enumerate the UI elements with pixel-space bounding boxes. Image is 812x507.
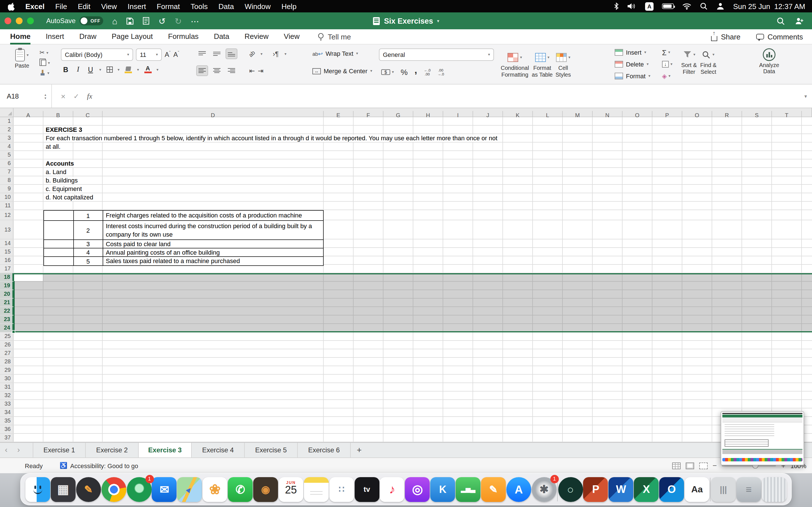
dock-keynote[interactable]: K (430, 477, 455, 502)
merge-center-button[interactable]: ↔ Merge & Center▾ (312, 68, 372, 74)
cell-B3[interactable]: For each transaction numbered 1 through … (45, 135, 498, 142)
dock-calendar[interactable]: JUN25 (278, 477, 303, 502)
ribbon-tab-data[interactable]: Data (214, 29, 229, 44)
dock-green-circle-app[interactable]: 1 (126, 477, 151, 502)
account-presence-icon[interactable] (795, 17, 804, 25)
save-icon[interactable] (126, 17, 134, 24)
align-middle-button[interactable] (211, 48, 223, 59)
sheet-tab-exercise-5[interactable]: Exercise 5 (245, 443, 298, 457)
dock-podcasts[interactable]: ◎ (405, 477, 430, 502)
find-select-button[interactable]: ▾ Find & Select (700, 45, 717, 75)
cancel-icon[interactable]: × (61, 92, 65, 101)
bluetooth-icon[interactable] (613, 2, 619, 10)
align-bottom-button[interactable] (225, 48, 238, 59)
wrap-text-button[interactable]: ab↩ Wrap Text▾ (312, 50, 358, 57)
row-header-23[interactable]: 23 (0, 316, 13, 323)
align-center-button[interactable] (211, 65, 223, 76)
sheet-tab-exercise-4[interactable]: Exercise 4 (192, 443, 245, 457)
insert-button[interactable]: Insert▾ (615, 48, 660, 57)
enter-icon[interactable]: ✓ (73, 92, 79, 100)
sheet-tab-prev-icon[interactable]: ‹ (0, 443, 12, 457)
row-header-16[interactable]: 16 (0, 256, 13, 264)
number-format-select[interactable]: General▾ (379, 48, 494, 61)
dock-reminders[interactable]: ∷ (329, 477, 354, 502)
menu-format[interactable]: Format (157, 2, 180, 10)
answer-cell-3[interactable] (44, 240, 74, 248)
row-header-11[interactable]: 11 (0, 202, 13, 210)
row-header-8[interactable]: 8 (0, 176, 13, 184)
minimize-window-button[interactable] (16, 17, 22, 24)
row-header-18[interactable]: 18 (0, 273, 13, 281)
menubar-clock[interactable]: Sun 25 Jun 12:37 AM (733, 2, 805, 10)
print-icon[interactable] (143, 17, 149, 25)
dock-contacts[interactable]: ◉ (253, 477, 278, 502)
row-header-10[interactable]: 10 (0, 193, 13, 201)
item-text-cell-3[interactable]: Costs paid to clear land (103, 240, 323, 248)
delete-button[interactable]: Delete▾ (615, 60, 660, 69)
dock-outlook[interactable]: O (659, 477, 684, 502)
row-header-27[interactable]: 27 (0, 349, 13, 357)
cell-B9[interactable]: c. Equipment (45, 185, 82, 193)
menu-file[interactable]: File (55, 2, 67, 10)
row-header-36[interactable]: 36 (0, 425, 13, 433)
dock-pencil-app[interactable]: ✎ (76, 477, 101, 502)
sheet-tab-exercise-6[interactable]: Exercise 6 (298, 443, 351, 457)
dock-photos[interactable]: ❀ (202, 477, 227, 502)
row-header-35[interactable]: 35 (0, 417, 13, 425)
sheet-tab-exercise-3[interactable]: Exercise 3 (139, 443, 192, 457)
ribbon-tab-home[interactable]: Home (10, 29, 31, 44)
close-window-button[interactable] (4, 17, 11, 24)
active-cell-A18[interactable] (14, 274, 43, 281)
cell-B2[interactable]: EXERCISE 3 (45, 126, 83, 133)
tell-me-button[interactable]: Tell me (317, 33, 351, 41)
fill-handle[interactable] (12, 330, 15, 334)
battery-icon[interactable] (662, 3, 674, 9)
menu-help[interactable]: Help (282, 2, 297, 10)
fill-button[interactable]: ↓▾ (662, 60, 679, 69)
decrease-indent-button[interactable]: ⇤ (249, 67, 255, 75)
item-number-cell-2[interactable]: 2 (74, 221, 103, 239)
ribbon-tab-formulas[interactable]: Formulas (168, 29, 199, 44)
normal-view-button[interactable] (672, 462, 680, 469)
accessibility-status[interactable]: ♿ Accessibility: Good to go (60, 462, 138, 469)
menu-view[interactable]: View (101, 2, 117, 10)
item-number-cell-5[interactable]: 5 (74, 257, 103, 265)
font-name-select[interactable]: Calibri (Body)▾ (61, 48, 133, 61)
user-icon[interactable] (716, 2, 725, 10)
menu-edit[interactable]: Edit (78, 2, 91, 10)
row-header-34[interactable]: 34 (0, 408, 13, 416)
cell-B7[interactable]: a. Land (45, 168, 67, 176)
item-text-cell-4[interactable]: Annual painting costs of an office build… (103, 248, 323, 256)
row-header-24[interactable]: 24 (0, 324, 13, 332)
cell-B6[interactable]: Accounts (45, 160, 74, 167)
add-sheet-button[interactable]: + (351, 443, 368, 457)
row-header-7[interactable]: 7 (0, 168, 13, 176)
italic-button[interactable]: I (74, 65, 82, 74)
dock-chrome[interactable] (101, 477, 126, 502)
row-header-28[interactable]: 28 (0, 358, 13, 365)
insert-function-icon[interactable]: fx (87, 92, 93, 101)
row-header-22[interactable]: 22 (0, 307, 13, 315)
sort-filter-button[interactable]: ▾ Sort & Filter (681, 45, 697, 75)
dock-tv[interactable]: tv (354, 477, 379, 502)
copy-button[interactable]: ▾ (40, 60, 50, 66)
row-header-3[interactable]: 3 (0, 134, 13, 142)
dock-word[interactable]: W (609, 477, 633, 502)
row-header-20[interactable]: 20 (0, 290, 13, 298)
answer-cell-1[interactable] (44, 211, 74, 220)
zoom-window-button[interactable] (27, 17, 34, 24)
increase-font-size-button[interactable]: Aˆ (165, 51, 170, 59)
sheet-tab-exercise-1[interactable]: Exercise 1 (33, 443, 86, 457)
ribbon-tab-page-layout[interactable]: Page Layout (112, 29, 153, 44)
dock-fonts-app[interactable]: Aa (684, 477, 709, 502)
row-header-5[interactable]: 5 (0, 151, 13, 159)
cell-B4[interactable]: at all. (45, 143, 61, 151)
cell-B10[interactable]: d. Not capitalized (45, 194, 94, 201)
orientation-button[interactable]: ab (246, 48, 258, 59)
row-header-21[interactable]: 21 (0, 298, 13, 306)
spotlight-icon[interactable] (700, 2, 708, 10)
underline-button[interactable]: U (87, 66, 94, 73)
name-box-stepper[interactable]: ▲▼ (44, 93, 47, 99)
row-header-9[interactable]: 9 (0, 185, 13, 193)
item-text-cell-5[interactable]: Sales taxes paid related to a machine pu… (103, 257, 323, 265)
